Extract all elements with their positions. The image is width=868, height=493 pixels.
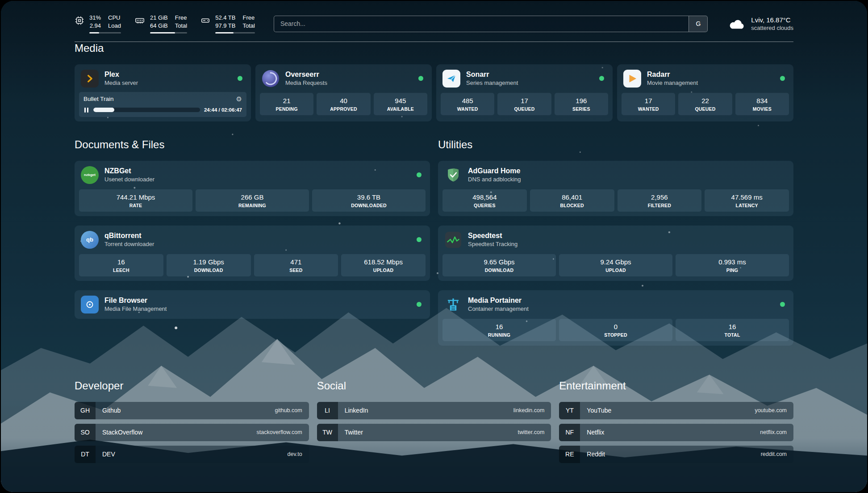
bookmark-url: linkedin.com (513, 407, 544, 414)
search-input[interactable] (274, 16, 689, 32)
media-card-row: Plex Media server Bullet Train ⚙ 24:44 /… (75, 64, 793, 121)
bookmark-url: reddit.com (761, 451, 787, 457)
section-title-social: Social (317, 380, 551, 392)
portainer-icon (444, 296, 462, 313)
bookmark-group-entertainment: Entertainment YT YouTube youtube.com NF … (559, 380, 793, 468)
bookmark-reddit[interactable]: RE Reddit reddit.com (559, 446, 793, 463)
bookmark-name: DEV (102, 451, 115, 458)
bookmark-abbr: RE (559, 446, 580, 463)
stat-wanted: 485 WANTED (441, 93, 494, 115)
bookmark-youtube[interactable]: YT YouTube youtube.com (559, 402, 793, 419)
bookmark-twitter[interactable]: TW Twitter twitter.com (317, 424, 551, 441)
service-name: Media Portainer (468, 297, 529, 305)
service-card-portainer[interactable]: Media Portainer Container management 16 … (438, 290, 793, 346)
bookmark-name: LinkedIn (345, 407, 368, 414)
bookmark-name: YouTube (587, 407, 611, 414)
service-card-sonarr[interactable]: Sonarr Series management 485 WANTED 17 Q… (436, 64, 613, 121)
cpu-usage-value: 31% (89, 14, 101, 22)
bookmark-github[interactable]: GH Github github.com (75, 402, 309, 419)
stat-rate: 744.21 Mbps RATE (79, 189, 192, 212)
memory-free-label: Free (175, 14, 187, 22)
bookmark-abbr: NF (559, 424, 580, 441)
bookmark-name: Twitter (345, 429, 363, 436)
section-title-utilities: Utilities (438, 138, 793, 151)
stat-leech: 16 LEECH (79, 254, 163, 276)
stat-queued: 17 QUEUED (497, 93, 551, 115)
overseerr-icon (262, 70, 280, 88)
pause-button[interactable] (83, 107, 89, 113)
documents-column: Documents & Files nzbget NZBGet Usenet d… (75, 138, 430, 346)
weather-location-temp: Lviv, 16.87°C (751, 16, 793, 24)
disk-icon (200, 16, 210, 25)
service-card-nzbget[interactable]: nzbget NZBGet Usenet downloader 744.21 M… (75, 161, 430, 216)
weather-widget[interactable]: Lviv, 16.87°C scattered clouds (728, 16, 793, 31)
bookmark-stackoverflow[interactable]: SO StackOverflow stackoverflow.com (75, 424, 309, 441)
utilities-column: Utilities AdGuard Home DNS and adblockin… (438, 138, 793, 346)
bookmark-name: Github (102, 407, 121, 414)
playback-time: 24:44 / 02:06:47 (204, 107, 242, 113)
service-card-overseerr[interactable]: Overseerr Media Requests 21 PENDING 40 A… (255, 64, 432, 121)
service-card-filebrowser[interactable]: File Browser Media File Management (75, 290, 430, 319)
stat-remaining: 266 GB REMAINING (196, 189, 309, 212)
stat-available: 945 AVAILABLE (374, 93, 427, 115)
stat-downloaded: 39.6 TB DOWNLOADED (312, 189, 426, 212)
bookmark-url: stackoverflow.com (257, 429, 302, 435)
service-card-speedtest[interactable]: Speedtest Speedtest Tracking 9.65 Gbps D… (438, 226, 793, 281)
memory-total-value: 64 GiB (150, 22, 168, 30)
disk-widget: 52.4 TB Free 97.9 TB Total (200, 14, 255, 33)
bookmark-dev[interactable]: DT DEV dev.to (75, 446, 309, 463)
service-subtitle: DNS and adblocking (468, 176, 521, 183)
stat-ping: 0.993 ms PING (676, 254, 789, 276)
cpu-widget: 31% CPU 2.94 Load (75, 14, 121, 33)
section-title-developer: Developer (75, 380, 309, 392)
bookmark-url: twitter.com (518, 429, 545, 435)
memory-total-label: Total (175, 22, 187, 30)
bookmark-name: StackOverflow (102, 429, 142, 436)
search-provider-button[interactable]: G (689, 16, 707, 32)
service-subtitle: Media server (104, 79, 138, 86)
service-name: Overseerr (285, 71, 327, 79)
bookmark-netflix[interactable]: NF Netflix netflix.com (559, 424, 793, 441)
bookmark-abbr: YT (559, 402, 580, 419)
cloud-icon (728, 17, 745, 30)
stat-pending: 21 PENDING (260, 93, 313, 115)
gear-icon[interactable]: ⚙ (236, 95, 242, 103)
service-name: Sonarr (466, 71, 518, 79)
service-name: Plex (104, 71, 138, 79)
service-card-adguard[interactable]: AdGuard Home DNS and adblocking 498,564 … (438, 161, 793, 216)
service-card-plex[interactable]: Plex Media server Bullet Train ⚙ 24:44 /… (75, 64, 251, 121)
service-subtitle: Usenet downloader (104, 176, 154, 183)
service-card-qbittorrent[interactable]: qb qBittorrent Torrent downloader 16 LEE… (75, 226, 430, 281)
stat-upload: 618.52 Mbps UPLOAD (341, 254, 426, 276)
memory-progress-bar (150, 32, 187, 33)
nzbget-icon: nzbget (81, 166, 99, 184)
stat-download: 1.19 Gbps DOWNLOAD (167, 254, 251, 276)
now-playing-title: Bullet Train (83, 96, 114, 102)
status-dot (599, 76, 604, 81)
cpu-load-value: 2.94 (89, 22, 101, 30)
stat-total: 16 TOTAL (676, 319, 789, 341)
service-subtitle: Media File Management (104, 305, 167, 312)
dashboard-window: 31% CPU 2.94 Load 21 GiB (1, 1, 867, 492)
stat-download: 9.65 Gbps DOWNLOAD (442, 254, 556, 276)
bookmark-url: github.com (275, 407, 302, 414)
bookmark-abbr: DT (75, 446, 96, 463)
section-title-entertainment: Entertainment (559, 380, 793, 392)
disk-total-value: 97.9 TB (215, 22, 235, 30)
service-name: Radarr (647, 71, 698, 79)
bookmark-abbr: LI (317, 402, 338, 419)
stat-approved: 40 APPROVED (317, 93, 370, 115)
cpu-usage-label: CPU (108, 14, 121, 22)
bookmark-linkedin[interactable]: LI LinkedIn linkedin.com (317, 402, 551, 419)
service-name: AdGuard Home (468, 167, 521, 175)
service-card-radarr[interactable]: Radarr Movie management 17 WANTED 22 QUE… (617, 64, 793, 121)
service-subtitle: Torrent downloader (104, 241, 154, 247)
status-dot (418, 76, 423, 81)
memory-icon (134, 16, 145, 25)
playback-progress-bar[interactable] (93, 108, 200, 112)
stat-wanted: 17 WANTED (622, 93, 675, 115)
service-name: qBittorrent (104, 232, 154, 240)
disk-free-value: 52.4 TB (215, 14, 235, 22)
resource-widgets: 31% CPU 2.94 Load 21 GiB (75, 14, 255, 33)
service-subtitle: Movie management (647, 79, 698, 86)
